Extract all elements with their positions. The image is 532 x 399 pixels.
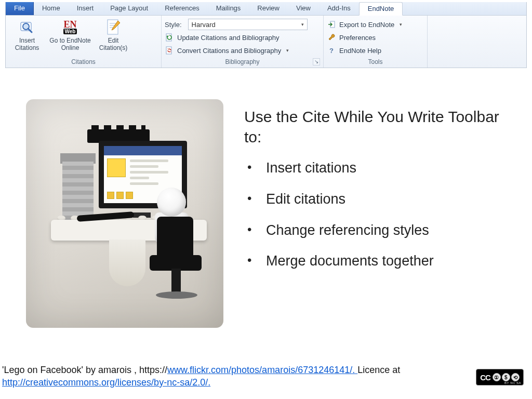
endnote-help-label: EndNote Help <box>339 47 381 55</box>
svg-rect-3 <box>108 20 118 34</box>
list-item: Merge documents together <box>244 252 511 284</box>
edit-citations-label: Edit Citation(s) <box>96 37 130 52</box>
tab-file[interactable]: File <box>6 2 34 15</box>
tab-review[interactable]: Review <box>249 2 288 15</box>
slide-content: Use the Cite While You Write Toolbar to:… <box>0 68 532 328</box>
chevron-down-icon: ▾ <box>286 48 289 53</box>
group-tools-label: Tools <box>324 57 427 68</box>
chevron-down-icon: ▾ <box>301 22 304 27</box>
tab-pagelayout[interactable]: Page Layout <box>102 2 156 15</box>
cc-nc-icon: $ <box>502 373 510 381</box>
cc-logo-icon: CC <box>480 373 490 382</box>
chevron-down-icon: ▾ <box>400 22 402 27</box>
attrib-prefix: 'Lego on Facebook' by amarois , https:// <box>2 365 167 375</box>
lego-photo <box>26 99 223 328</box>
goto-endnote-online-button[interactable]: EN Web Go to EndNote Online <box>45 18 95 52</box>
tab-home[interactable]: Home <box>34 2 69 15</box>
tab-references[interactable]: References <box>156 2 207 15</box>
cc-sa-icon: ⟲ <box>511 373 520 381</box>
list-item: Change referencing styles <box>244 222 511 253</box>
preferences-button[interactable]: Preferences <box>327 32 424 43</box>
tab-mailings[interactable]: Mailings <box>208 2 249 15</box>
insert-citations-button[interactable]: Insert Citations <box>9 18 45 52</box>
endnote-web-icon: EN Web <box>61 19 79 36</box>
slide-heading: Use the Cite While You Write Toolbar to: <box>244 107 511 147</box>
endnote-help-button[interactable]: ? EndNote Help <box>327 45 424 56</box>
text-column: Use the Cite While You Write Toolbar to:… <box>244 99 511 328</box>
list-item: Insert citations <box>244 159 511 191</box>
tab-view[interactable]: View <box>288 2 319 15</box>
cc-license-badge: CC ① $ ⟲ BY NC SA <box>476 369 524 385</box>
wrench-icon <box>327 33 336 42</box>
group-citations: Insert Citations EN Web Go to EndNote On… <box>6 16 162 68</box>
attribution-text: 'Lego on Facebook' by amarois , https://… <box>2 364 400 389</box>
edit-citations-button[interactable]: Edit Citation(s) <box>95 18 131 52</box>
convert-citations-button[interactable]: Convert Citations and Bibliography ▾ <box>165 45 320 56</box>
update-citations-button[interactable]: Update Citations and Bibliography <box>165 32 320 43</box>
group-citations-label: Citations <box>6 57 161 68</box>
attrib-mid: Licence at <box>357 365 400 375</box>
help-icon: ? <box>327 46 336 55</box>
tab-insert[interactable]: Insert <box>69 2 102 15</box>
goto-endnote-online-label: Go to EndNote Online <box>46 37 94 52</box>
ribbon-body: Insert Citations EN Web Go to EndNote On… <box>6 16 526 68</box>
style-label: Style: <box>165 21 182 29</box>
feature-list: Insert citations Edit citations Change r… <box>244 159 511 284</box>
export-to-endnote-label: Export to EndNote <box>339 21 394 29</box>
group-bibliography-label: Bibliography <box>225 58 259 65</box>
refresh-page-icon <box>165 33 174 42</box>
preferences-label: Preferences <box>339 34 376 42</box>
attrib-link-flickr[interactable]: www.flickr.com/photos/amarois/6731246141… <box>167 365 357 375</box>
ribbon: File Home Insert Page Layout References … <box>5 2 527 68</box>
export-icon <box>327 20 336 29</box>
tab-addins[interactable]: Add-Ins <box>319 2 359 15</box>
update-citations-label: Update Citations and Bibliography <box>177 34 280 42</box>
magnifier-icon <box>18 19 36 36</box>
cc-sub-label: BY NC SA <box>504 381 521 384</box>
style-dropdown[interactable]: Harvard ▾ <box>188 19 308 30</box>
attrib-link-cc[interactable]: http://creativecommons.org/licenses/by-n… <box>2 377 210 388</box>
export-to-endnote-button[interactable]: Export to EndNote ▾ <box>327 19 424 30</box>
dialog-launcher-icon[interactable]: ↘ <box>313 58 320 65</box>
edit-page-icon <box>104 19 122 36</box>
convert-citations-label: Convert Citations and Bibliography <box>177 47 281 55</box>
group-tools: Export to EndNote ▾ Preferences ? EndNot… <box>324 16 428 68</box>
convert-page-icon <box>165 46 174 55</box>
ribbon-tabs: File Home Insert Page Layout References … <box>6 2 526 16</box>
style-value: Harvard <box>192 21 216 29</box>
insert-citations-label: Insert Citations <box>10 37 44 52</box>
group-bibliography: Style: Harvard ▾ Update Citations and Bi… <box>162 16 324 68</box>
tab-endnote[interactable]: EndNote <box>359 2 403 16</box>
cc-by-icon: ① <box>493 373 501 381</box>
list-item: Edit citations <box>244 191 511 222</box>
